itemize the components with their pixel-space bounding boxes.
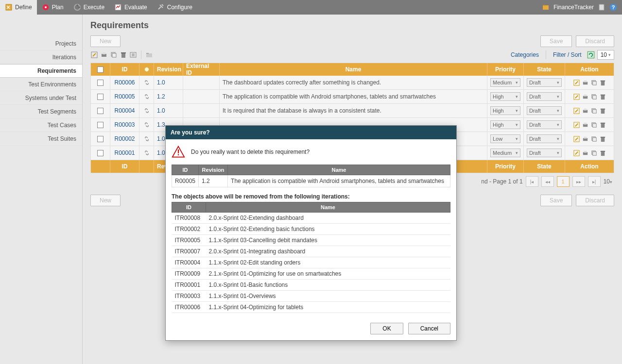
- categories-link[interactable]: Categories: [508, 51, 542, 58]
- new-button-bottom[interactable]: New: [90, 195, 121, 206]
- requirement-id-link[interactable]: R00005: [114, 93, 135, 100]
- chain-icon[interactable]: [143, 107, 150, 114]
- sidebar-item-projects[interactable]: Projects: [0, 37, 82, 50]
- pager-last[interactable]: ▸|: [588, 176, 601, 187]
- chain-icon[interactable]: [143, 135, 150, 142]
- print-row-icon[interactable]: [582, 121, 589, 129]
- select-all-checkbox[interactable]: [97, 66, 104, 73]
- folder-icon[interactable]: [145, 51, 153, 59]
- sidebar-item-test-environments[interactable]: Test Environments: [0, 78, 82, 91]
- delete-icon[interactable]: [599, 149, 606, 157]
- chain-icon[interactable]: [143, 93, 150, 100]
- copy-icon[interactable]: [590, 135, 598, 143]
- pager-page-1[interactable]: 1: [557, 176, 570, 187]
- row-checkbox[interactable]: [97, 136, 104, 142]
- print-row-icon[interactable]: [582, 135, 589, 143]
- priority-select[interactable]: High▾: [490, 92, 520, 101]
- copy-icon[interactable]: [590, 79, 598, 86]
- discard-button-top[interactable]: Discard: [576, 35, 614, 47]
- print-row-icon[interactable]: [582, 79, 589, 86]
- sidebar-item-test-cases[interactable]: Test Cases: [0, 118, 82, 132]
- pager-prev[interactable]: ◂◂: [541, 176, 554, 187]
- pager-first[interactable]: |◂: [526, 176, 538, 187]
- row-checkbox[interactable]: [97, 150, 104, 156]
- priority-select[interactable]: Low▾: [490, 134, 520, 143]
- discard-button-bottom[interactable]: Discard: [576, 195, 614, 206]
- edit-icon[interactable]: [573, 79, 580, 86]
- edit-icon[interactable]: [573, 121, 580, 129]
- edit-icon[interactable]: [573, 135, 580, 143]
- state-select[interactable]: Draft▾: [527, 120, 562, 129]
- copy-icon[interactable]: [590, 107, 598, 115]
- col-name[interactable]: Name: [220, 63, 487, 76]
- print-row-icon[interactable]: [582, 149, 589, 157]
- requirement-id-link[interactable]: R00001: [114, 149, 135, 156]
- sidebar-item-test-suites[interactable]: Test Suites: [0, 132, 82, 146]
- dialog-ok-button[interactable]: OK: [370, 323, 403, 334]
- notes-icon[interactable]: [598, 3, 605, 11]
- col-priority[interactable]: Priority: [487, 63, 524, 76]
- requirement-id-link[interactable]: R00004: [114, 107, 135, 114]
- col-id[interactable]: ID: [110, 63, 139, 76]
- page-size-select-bottom[interactable]: 10▾: [604, 178, 612, 185]
- chain-icon[interactable]: [143, 121, 150, 128]
- print-row-icon[interactable]: [582, 107, 589, 115]
- copy-icon[interactable]: [590, 93, 598, 100]
- row-checkbox[interactable]: [97, 80, 104, 86]
- new-button-top[interactable]: New: [90, 35, 121, 47]
- state-select[interactable]: Draft▾: [527, 149, 562, 157]
- edit-icon[interactable]: [573, 149, 580, 157]
- copy-icon[interactable]: [590, 121, 598, 129]
- row-checkbox[interactable]: [97, 122, 104, 128]
- state-select[interactable]: Draft▾: [527, 92, 562, 101]
- row-checkbox[interactable]: [97, 94, 104, 100]
- export-icon[interactable]: [129, 51, 137, 59]
- sidebar-item-requirements[interactable]: Requirements: [0, 64, 82, 78]
- save-button-bottom[interactable]: Save: [540, 195, 572, 206]
- help-icon[interactable]: ?: [609, 3, 617, 11]
- priority-select[interactable]: Medium▾: [490, 149, 520, 157]
- chain-icon[interactable]: [143, 149, 150, 156]
- copy-all-icon[interactable]: [110, 51, 118, 59]
- refresh-icon[interactable]: [587, 50, 595, 59]
- dialog-cancel-button[interactable]: Cancel: [408, 323, 450, 334]
- col-state[interactable]: State: [524, 63, 565, 76]
- edit-icon[interactable]: [573, 93, 580, 100]
- state-select[interactable]: Draft▾: [527, 78, 562, 87]
- priority-select[interactable]: High▾: [490, 120, 520, 129]
- edit-icon[interactable]: [573, 107, 580, 115]
- chain-icon[interactable]: [143, 79, 150, 86]
- tab-evaluate[interactable]: Evaluate: [109, 0, 152, 15]
- col-revision[interactable]: Revision: [154, 63, 183, 76]
- priority-select[interactable]: High▾: [490, 106, 520, 115]
- requirement-id-link[interactable]: R00002: [114, 135, 135, 142]
- page-size-select-top[interactable]: 10▾: [597, 50, 614, 60]
- copy-icon[interactable]: [590, 149, 598, 157]
- pager-next[interactable]: ▸▸: [572, 176, 585, 187]
- delete-icon[interactable]: [599, 135, 606, 143]
- tab-configure[interactable]: Configure: [152, 0, 197, 15]
- delete-all-icon[interactable]: [120, 51, 127, 59]
- delete-icon[interactable]: [599, 121, 606, 129]
- print-row-icon[interactable]: [582, 93, 589, 100]
- save-button-top[interactable]: Save: [540, 35, 572, 47]
- requirement-id-link[interactable]: R00003: [114, 121, 135, 128]
- state-select[interactable]: Draft▾: [527, 134, 562, 143]
- sidebar-item-systems-under-test[interactable]: Systems under Test: [0, 91, 82, 105]
- sidebar-item-test-segments[interactable]: Test Segments: [0, 105, 82, 118]
- state-select[interactable]: Draft▾: [527, 106, 562, 115]
- priority-select[interactable]: Medium▾: [490, 78, 520, 87]
- row-checkbox[interactable]: [97, 108, 104, 114]
- col-external-id[interactable]: External ID: [183, 63, 220, 76]
- delete-icon[interactable]: [599, 79, 606, 86]
- sidebar-item-iterations[interactable]: Iterations: [0, 50, 82, 64]
- tab-execute[interactable]: Execute: [69, 0, 109, 15]
- edit-all-icon[interactable]: [90, 51, 98, 59]
- delete-icon[interactable]: [599, 93, 606, 100]
- print-icon[interactable]: [100, 51, 108, 59]
- requirement-id-link[interactable]: R00006: [114, 79, 135, 86]
- filter-sort-link[interactable]: Filter / Sort: [550, 51, 585, 58]
- tab-plan[interactable]: Plan: [37, 0, 69, 15]
- tab-define[interactable]: Define: [0, 0, 37, 15]
- delete-icon[interactable]: [599, 107, 606, 115]
